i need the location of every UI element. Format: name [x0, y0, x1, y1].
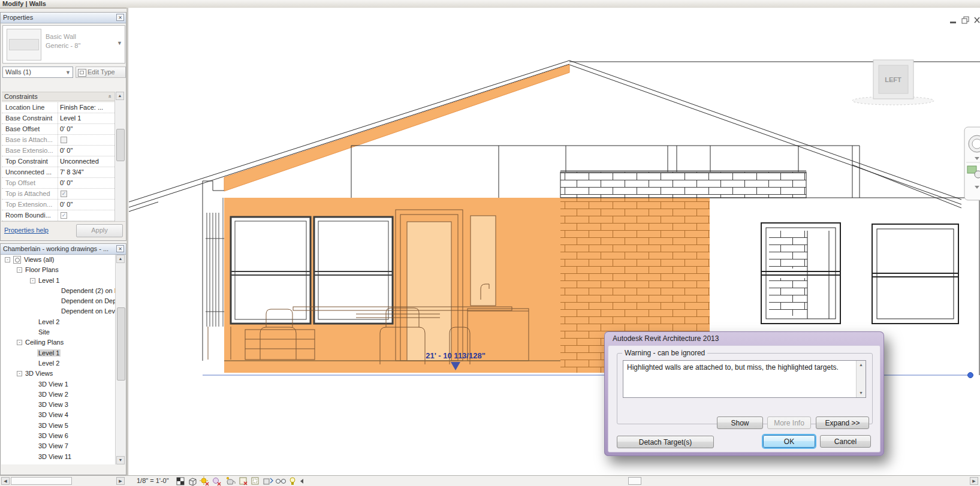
- unlocked-3d-view-icon[interactable]: [264, 478, 273, 484]
- property-value[interactable]: 0' 0": [60, 147, 73, 154]
- property-value[interactable]: 7' 8 3/4": [60, 168, 84, 176]
- crop-view-icon[interactable]: [240, 478, 247, 485]
- tree-item-label[interactable]: Level 2: [38, 318, 59, 325]
- scroll-up-icon[interactable]: ▲: [857, 361, 866, 369]
- tree-item-3d-view-7[interactable]: 3D View 7: [1, 441, 117, 451]
- tree-item-label[interactable]: Level 1: [38, 277, 59, 284]
- property-value[interactable]: 0' 0": [60, 179, 73, 186]
- tree-collapse-icon[interactable]: -: [5, 257, 10, 262]
- property-row[interactable]: Location LineFinish Face: ...: [2, 102, 114, 113]
- tree-item-level-2[interactable]: Level 2: [1, 317, 117, 327]
- tree-item-label[interactable]: Site: [38, 328, 50, 336]
- property-value[interactable]: 0' 0": [60, 201, 73, 208]
- tree-item-3d-view-2[interactable]: 3D View 2: [1, 390, 117, 400]
- chevron-down-icon[interactable]: ▼: [65, 70, 71, 76]
- scroll-down-icon[interactable]: ▼: [857, 389, 866, 397]
- sun-path-icon[interactable]: [200, 476, 209, 485]
- window-right-2[interactable]: [872, 224, 958, 324]
- tree-item-label[interactable]: Dependent on Level: [61, 307, 117, 315]
- tree-item-level-1[interactable]: Level 1: [1, 348, 117, 358]
- property-row[interactable]: Base Offset0' 0": [2, 124, 114, 135]
- properties-scrollbar[interactable]: ▲ ▼: [114, 92, 125, 232]
- element-filter-dropdown[interactable]: Walls (1) ▼: [2, 67, 73, 78]
- minimize-icon[interactable]: [950, 22, 956, 23]
- highlighted-roof-edge[interactable]: [224, 65, 569, 191]
- canvas-hscroll-right-icon[interactable]: ▶: [970, 477, 978, 485]
- type-selector[interactable]: Basic Wall Generic - 8" ▼: [2, 25, 125, 64]
- browser-hscroll-left-icon[interactable]: ◀: [1, 477, 10, 485]
- property-row[interactable]: Top Extension...0' 0": [2, 200, 114, 210]
- apply-button[interactable]: Apply: [76, 224, 123, 237]
- panel-splitter[interactable]: [126, 8, 129, 486]
- properties-help-link[interactable]: Properties help: [4, 227, 49, 234]
- canvas-hscroll-left-icon[interactable]: [300, 479, 303, 484]
- property-value[interactable]: Unconnected: [60, 158, 99, 165]
- canvas-hscroll-thumb[interactable]: [628, 477, 641, 485]
- project-browser-header[interactable]: Chamberlain - working drawings - ... ✕: [1, 244, 126, 255]
- scrollbar-thumb[interactable]: [117, 307, 125, 381]
- tree-item-dependent-on-level[interactable]: Dependent on Level: [1, 306, 117, 316]
- tree-item-label[interactable]: 3D View 6: [38, 432, 68, 439]
- property-row[interactable]: Base ConstraintLevel 1: [2, 113, 114, 124]
- tree-item-label[interactable]: 3D View 4: [38, 411, 68, 418]
- property-checkbox[interactable]: ✓: [61, 212, 67, 219]
- close-icon[interactable]: ✕: [116, 14, 124, 21]
- show-button[interactable]: Show: [717, 416, 763, 429]
- tree-collapse-icon[interactable]: -: [17, 340, 22, 345]
- tree-item-label[interactable]: 3D Views: [25, 370, 53, 377]
- navigation-bar[interactable]: [964, 127, 980, 200]
- property-row[interactable]: Top ConstraintUnconnected: [2, 156, 114, 167]
- tree-item-label[interactable]: 3D View 3: [38, 401, 68, 408]
- window-right-1[interactable]: [761, 223, 840, 324]
- property-value[interactable]: Finish Face: ...: [60, 104, 103, 111]
- tree-item-label[interactable]: Level 1: [37, 349, 61, 357]
- tree-item-floor-plans[interactable]: -Floor Plans: [1, 265, 117, 275]
- browser-scrollbar[interactable]: ▲ ▼: [115, 255, 125, 464]
- tree-collapse-icon[interactable]: -: [17, 371, 22, 376]
- kitchen-window[interactable]: [471, 216, 496, 306]
- browser-hscroll-thumb[interactable]: [11, 477, 72, 485]
- close-icon[interactable]: [975, 17, 979, 23]
- tree-item-label[interactable]: 3D View 2: [38, 391, 68, 398]
- restore-icon[interactable]: [962, 17, 969, 23]
- tree-item-site[interactable]: Site: [1, 327, 117, 337]
- temporary-hide-isolate-icon[interactable]: [276, 479, 286, 484]
- detach-targets-button[interactable]: Detach Target(s): [617, 436, 714, 448]
- property-value[interactable]: 0' 0": [60, 125, 73, 132]
- tree-item-label[interactable]: 3D View 7: [38, 442, 68, 449]
- window-left-1[interactable]: [231, 217, 310, 324]
- tree-item-level-1[interactable]: -Level 1: [1, 276, 117, 286]
- scroll-down-icon[interactable]: ▼: [116, 456, 125, 464]
- tree-item-3d-view-6[interactable]: 3D View 6: [1, 431, 117, 441]
- tree-item-3d-view-5[interactable]: 3D View 5: [1, 421, 117, 431]
- edit-type-button[interactable]: Edit Type: [76, 67, 126, 78]
- expand-button[interactable]: Expand >>: [816, 416, 869, 429]
- tree-item-label[interactable]: 3D View 1: [38, 381, 68, 388]
- tree-item-ceiling-plans[interactable]: -Ceiling Plans: [1, 337, 117, 348]
- tree-item-dependent-2-on-le[interactable]: Dependent (2) on Le: [1, 286, 117, 296]
- tree-item-label[interactable]: Level 2: [38, 360, 59, 367]
- reveal-hidden-elements-icon[interactable]: [290, 478, 295, 485]
- property-row[interactable]: Base Extensio...0' 0": [2, 146, 114, 156]
- tree-item-3d-view-11[interactable]: 3D View 11: [1, 452, 117, 462]
- tree-item-label[interactable]: Ceiling Plans: [25, 339, 64, 346]
- level-line-endpoint[interactable]: [968, 373, 973, 378]
- detail-level-icon[interactable]: [177, 478, 184, 485]
- close-icon[interactable]: ✕: [116, 245, 124, 252]
- property-row[interactable]: Top Offset0' 0": [2, 178, 114, 189]
- warning-dialog[interactable]: Autodesk Revit Architecture 2013 Warning…: [604, 331, 884, 456]
- browser-hscroll-right-icon[interactable]: ▶: [116, 477, 125, 485]
- chevron-down-icon[interactable]: ▼: [117, 40, 122, 46]
- collapse-chevron-icon[interactable]: »: [106, 95, 112, 98]
- constraints-section-header[interactable]: Constraints »: [2, 92, 114, 101]
- properties-header[interactable]: Properties ✕: [1, 13, 126, 23]
- scroll-up-icon[interactable]: ▲: [116, 255, 125, 263]
- property-checkbox[interactable]: ✓: [61, 191, 67, 197]
- tree-item-3d-view-3[interactable]: 3D View 3: [1, 400, 117, 410]
- more-info-button[interactable]: More Info: [767, 416, 811, 429]
- tree-item-views-all-[interactable]: -Views (all): [1, 255, 117, 265]
- visual-style-icon[interactable]: [189, 478, 196, 485]
- property-row[interactable]: Base is Attach...: [2, 135, 114, 146]
- viewcube[interactable]: LEFT: [852, 60, 934, 105]
- tree-item-label[interactable]: Floor Plans: [25, 266, 59, 273]
